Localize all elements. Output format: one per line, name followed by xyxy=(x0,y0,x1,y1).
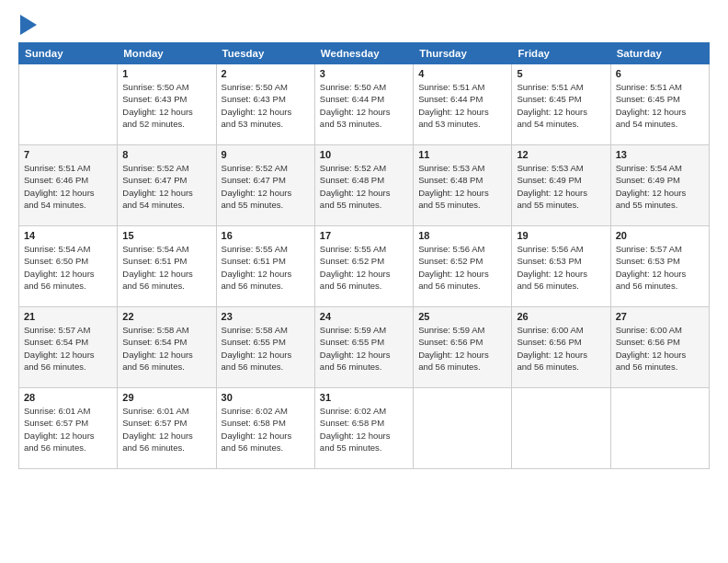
calendar-day-cell xyxy=(414,388,512,469)
calendar-day-cell: 15Sunrise: 5:54 AM Sunset: 6:51 PM Dayli… xyxy=(118,226,216,307)
weekday-header: Tuesday xyxy=(216,43,314,64)
day-info: Sunrise: 5:54 AM Sunset: 6:50 PM Dayligh… xyxy=(24,243,112,292)
calendar-day-cell xyxy=(19,64,118,145)
day-number: 14 xyxy=(24,230,112,241)
logo xyxy=(18,17,37,35)
calendar-day-cell: 13Sunrise: 5:54 AM Sunset: 6:49 PM Dayli… xyxy=(610,145,709,226)
day-number: 31 xyxy=(320,392,408,403)
day-number: 26 xyxy=(517,311,605,322)
logo-arrow-icon xyxy=(20,15,37,35)
day-info: Sunrise: 5:53 AM Sunset: 6:48 PM Dayligh… xyxy=(418,162,506,211)
weekday-header: Wednesday xyxy=(314,43,413,64)
day-number: 7 xyxy=(24,149,112,160)
day-number: 25 xyxy=(418,311,506,322)
day-info: Sunrise: 5:57 AM Sunset: 6:53 PM Dayligh… xyxy=(616,243,704,292)
header xyxy=(18,17,710,35)
day-number: 28 xyxy=(24,392,112,403)
day-number: 8 xyxy=(122,149,210,160)
day-number: 27 xyxy=(616,311,704,322)
day-number: 15 xyxy=(122,230,210,241)
calendar-day-cell: 11Sunrise: 5:53 AM Sunset: 6:48 PM Dayli… xyxy=(414,145,512,226)
day-number: 21 xyxy=(24,311,112,322)
calendar-day-cell: 14Sunrise: 5:54 AM Sunset: 6:50 PM Dayli… xyxy=(19,226,118,307)
day-info: Sunrise: 5:54 AM Sunset: 6:51 PM Dayligh… xyxy=(122,243,210,292)
calendar-table: SundayMondayTuesdayWednesdayThursdayFrid… xyxy=(18,42,710,469)
day-number: 19 xyxy=(517,230,605,241)
day-info: Sunrise: 5:57 AM Sunset: 6:54 PM Dayligh… xyxy=(24,324,112,373)
calendar-day-cell: 6Sunrise: 5:51 AM Sunset: 6:45 PM Daylig… xyxy=(610,64,709,145)
day-number: 18 xyxy=(418,230,506,241)
day-number: 9 xyxy=(222,149,310,160)
day-number: 13 xyxy=(616,149,704,160)
day-number: 12 xyxy=(517,149,605,160)
day-info: Sunrise: 5:55 AM Sunset: 6:51 PM Dayligh… xyxy=(222,243,310,292)
calendar-day-cell: 1Sunrise: 5:50 AM Sunset: 6:43 PM Daylig… xyxy=(118,64,216,145)
day-info: Sunrise: 5:51 AM Sunset: 6:46 PM Dayligh… xyxy=(24,162,112,211)
day-info: Sunrise: 5:59 AM Sunset: 6:56 PM Dayligh… xyxy=(418,324,506,373)
day-info: Sunrise: 6:02 AM Sunset: 6:58 PM Dayligh… xyxy=(222,405,310,454)
day-info: Sunrise: 5:51 AM Sunset: 6:45 PM Dayligh… xyxy=(517,81,605,130)
day-info: Sunrise: 5:58 AM Sunset: 6:55 PM Dayligh… xyxy=(222,324,310,373)
day-number: 11 xyxy=(418,149,506,160)
weekday-header: Friday xyxy=(512,43,610,64)
day-number: 29 xyxy=(122,392,210,403)
day-number: 24 xyxy=(320,311,408,322)
calendar-day-cell: 17Sunrise: 5:55 AM Sunset: 6:52 PM Dayli… xyxy=(314,226,413,307)
day-number: 22 xyxy=(122,311,210,322)
day-number: 3 xyxy=(320,68,408,79)
calendar-day-cell: 31Sunrise: 6:02 AM Sunset: 6:58 PM Dayli… xyxy=(314,388,413,469)
weekday-row: SundayMondayTuesdayWednesdayThursdayFrid… xyxy=(19,43,710,64)
calendar-week-row: 14Sunrise: 5:54 AM Sunset: 6:50 PM Dayli… xyxy=(19,226,710,307)
day-number: 16 xyxy=(222,230,310,241)
day-info: Sunrise: 6:00 AM Sunset: 6:56 PM Dayligh… xyxy=(616,324,704,373)
day-number: 17 xyxy=(320,230,408,241)
calendar-day-cell: 2Sunrise: 5:50 AM Sunset: 6:43 PM Daylig… xyxy=(216,64,314,145)
day-info: Sunrise: 6:01 AM Sunset: 6:57 PM Dayligh… xyxy=(122,405,210,454)
calendar-day-cell: 4Sunrise: 5:51 AM Sunset: 6:44 PM Daylig… xyxy=(414,64,512,145)
calendar-day-cell: 7Sunrise: 5:51 AM Sunset: 6:46 PM Daylig… xyxy=(19,145,118,226)
calendar-week-row: 7Sunrise: 5:51 AM Sunset: 6:46 PM Daylig… xyxy=(19,145,710,226)
calendar-day-cell: 26Sunrise: 6:00 AM Sunset: 6:56 PM Dayli… xyxy=(512,307,610,388)
calendar-day-cell: 8Sunrise: 5:52 AM Sunset: 6:47 PM Daylig… xyxy=(118,145,216,226)
day-info: Sunrise: 6:00 AM Sunset: 6:56 PM Dayligh… xyxy=(517,324,605,373)
weekday-header: Sunday xyxy=(19,43,118,64)
calendar-day-cell: 22Sunrise: 5:58 AM Sunset: 6:54 PM Dayli… xyxy=(118,307,216,388)
day-info: Sunrise: 5:56 AM Sunset: 6:52 PM Dayligh… xyxy=(418,243,506,292)
calendar-day-cell: 18Sunrise: 5:56 AM Sunset: 6:52 PM Dayli… xyxy=(414,226,512,307)
calendar-week-row: 28Sunrise: 6:01 AM Sunset: 6:57 PM Dayli… xyxy=(19,388,710,469)
day-info: Sunrise: 5:58 AM Sunset: 6:54 PM Dayligh… xyxy=(122,324,210,373)
svg-marker-0 xyxy=(20,15,37,35)
calendar-week-row: 1Sunrise: 5:50 AM Sunset: 6:43 PM Daylig… xyxy=(19,64,710,145)
day-info: Sunrise: 5:55 AM Sunset: 6:52 PM Dayligh… xyxy=(320,243,408,292)
day-info: Sunrise: 5:52 AM Sunset: 6:47 PM Dayligh… xyxy=(222,162,310,211)
day-info: Sunrise: 5:54 AM Sunset: 6:49 PM Dayligh… xyxy=(616,162,704,211)
day-number: 1 xyxy=(122,68,210,79)
calendar-day-cell: 30Sunrise: 6:02 AM Sunset: 6:58 PM Dayli… xyxy=(216,388,314,469)
calendar-day-cell: 24Sunrise: 5:59 AM Sunset: 6:55 PM Dayli… xyxy=(314,307,413,388)
day-number: 4 xyxy=(418,68,506,79)
day-info: Sunrise: 5:59 AM Sunset: 6:55 PM Dayligh… xyxy=(320,324,408,373)
calendar-day-cell: 25Sunrise: 5:59 AM Sunset: 6:56 PM Dayli… xyxy=(414,307,512,388)
calendar-day-cell: 27Sunrise: 6:00 AM Sunset: 6:56 PM Dayli… xyxy=(610,307,709,388)
day-info: Sunrise: 5:56 AM Sunset: 6:53 PM Dayligh… xyxy=(517,243,605,292)
calendar-header: SundayMondayTuesdayWednesdayThursdayFrid… xyxy=(19,43,710,64)
calendar-day-cell: 20Sunrise: 5:57 AM Sunset: 6:53 PM Dayli… xyxy=(610,226,709,307)
day-number: 6 xyxy=(616,68,704,79)
day-number: 10 xyxy=(320,149,408,160)
calendar-body: 1Sunrise: 5:50 AM Sunset: 6:43 PM Daylig… xyxy=(19,64,710,469)
weekday-header: Monday xyxy=(118,43,216,64)
day-info: Sunrise: 6:02 AM Sunset: 6:58 PM Dayligh… xyxy=(320,405,408,454)
weekday-header: Thursday xyxy=(414,43,512,64)
day-info: Sunrise: 5:52 AM Sunset: 6:47 PM Dayligh… xyxy=(122,162,210,211)
weekday-header: Saturday xyxy=(610,43,709,64)
calendar-day-cell xyxy=(512,388,610,469)
day-number: 5 xyxy=(517,68,605,79)
day-info: Sunrise: 6:01 AM Sunset: 6:57 PM Dayligh… xyxy=(24,405,112,454)
calendar-week-row: 21Sunrise: 5:57 AM Sunset: 6:54 PM Dayli… xyxy=(19,307,710,388)
calendar-day-cell: 10Sunrise: 5:52 AM Sunset: 6:48 PM Dayli… xyxy=(314,145,413,226)
day-info: Sunrise: 5:50 AM Sunset: 6:43 PM Dayligh… xyxy=(122,81,210,130)
calendar-day-cell: 3Sunrise: 5:50 AM Sunset: 6:44 PM Daylig… xyxy=(314,64,413,145)
calendar-day-cell: 12Sunrise: 5:53 AM Sunset: 6:49 PM Dayli… xyxy=(512,145,610,226)
day-info: Sunrise: 5:53 AM Sunset: 6:49 PM Dayligh… xyxy=(517,162,605,211)
calendar-day-cell: 28Sunrise: 6:01 AM Sunset: 6:57 PM Dayli… xyxy=(19,388,118,469)
